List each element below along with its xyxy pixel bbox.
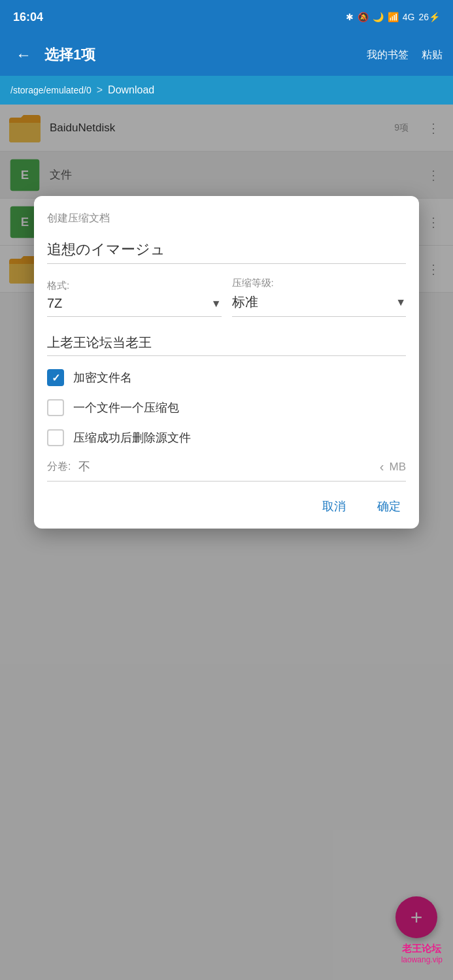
breadcrumb-path[interactable]: /storage/emulated/0 xyxy=(10,85,92,95)
bluetooth-icon: ✱ xyxy=(346,12,354,22)
battery-icon: 26⚡ xyxy=(418,12,440,22)
format-select[interactable]: 7Z ▼ xyxy=(47,296,222,317)
dialog-buttons: 取消 确定 xyxy=(47,495,406,518)
format-level-row: 格式: 7Z ▼ 压缩等级: 标准 ▼ xyxy=(47,277,406,317)
delete-source-label: 压缩成功后删除源文件 xyxy=(73,430,191,446)
delete-source-checkbox[interactable] xyxy=(47,429,64,446)
watermark-line1: 老王论坛 xyxy=(401,943,443,955)
one-file-per-archive-label: 一个文件一个压缩包 xyxy=(73,400,179,416)
watermark-line2: laowang.vip xyxy=(401,955,443,964)
split-arrow-icon: ‹ xyxy=(380,459,384,474)
dialog-title: 创建压缩文档 xyxy=(47,212,406,225)
encrypt-filename-checkbox[interactable] xyxy=(47,369,64,386)
status-icons: ✱ 🔕 🌙 📶 4G 26⚡ xyxy=(346,12,440,22)
split-unit: MB xyxy=(390,461,407,474)
level-field: 压缩等级: 标准 ▼ xyxy=(232,277,407,317)
level-select[interactable]: 标准 ▼ xyxy=(232,293,407,317)
delete-source-row[interactable]: 压缩成功后删除源文件 xyxy=(47,429,406,446)
top-bar: ← 选择1项 我的书签 粘贴 xyxy=(0,34,453,76)
watermark: 老王论坛 laowang.vip xyxy=(401,943,443,964)
password-input[interactable] xyxy=(47,330,406,356)
format-value: 7Z xyxy=(47,296,62,311)
confirm-button[interactable]: 确定 xyxy=(372,495,406,518)
one-file-per-archive-checkbox[interactable] xyxy=(47,399,64,416)
encrypt-filename-label: 加密文件名 xyxy=(73,370,132,385)
bookmark-button[interactable]: 我的书签 xyxy=(367,48,409,62)
status-bar: 16:04 ✱ 🔕 🌙 📶 4G 26⚡ xyxy=(0,0,453,34)
compress-dialog: 创建压缩文档 格式: 7Z ▼ 压缩等级: 标准 ▼ 加密文件名 一个文件一个压… xyxy=(34,196,419,529)
page-title: 选择1项 xyxy=(44,45,359,65)
split-label: 分卷: xyxy=(47,460,71,474)
filename-input[interactable] xyxy=(47,236,406,264)
signal-icon: 4G xyxy=(403,12,415,22)
moon-icon: 🌙 xyxy=(373,12,384,22)
back-button[interactable]: ← xyxy=(10,43,37,67)
split-input[interactable] xyxy=(78,460,374,474)
breadcrumb-current[interactable]: Download xyxy=(108,84,154,96)
cancel-button[interactable]: 取消 xyxy=(317,495,351,518)
split-volume-row: 分卷: ‹ MB xyxy=(47,459,406,482)
top-actions: 我的书签 粘贴 xyxy=(367,48,443,62)
level-value: 标准 xyxy=(232,293,258,311)
mute-icon: 🔕 xyxy=(358,12,369,22)
breadcrumb-separator: > xyxy=(97,84,103,96)
wifi-icon: 📶 xyxy=(388,12,399,22)
breadcrumb: /storage/emulated/0 > Download xyxy=(0,76,453,105)
status-time: 16:04 xyxy=(13,10,43,24)
format-field: 格式: 7Z ▼ xyxy=(47,280,222,317)
one-file-per-archive-row[interactable]: 一个文件一个压缩包 xyxy=(47,399,406,416)
level-label: 压缩等级: xyxy=(232,277,407,289)
encrypt-filename-row[interactable]: 加密文件名 xyxy=(47,369,406,386)
format-dropdown-icon: ▼ xyxy=(211,298,222,310)
format-label: 格式: xyxy=(47,280,222,292)
paste-button[interactable]: 粘贴 xyxy=(422,48,443,62)
level-dropdown-icon: ▼ xyxy=(395,297,406,308)
